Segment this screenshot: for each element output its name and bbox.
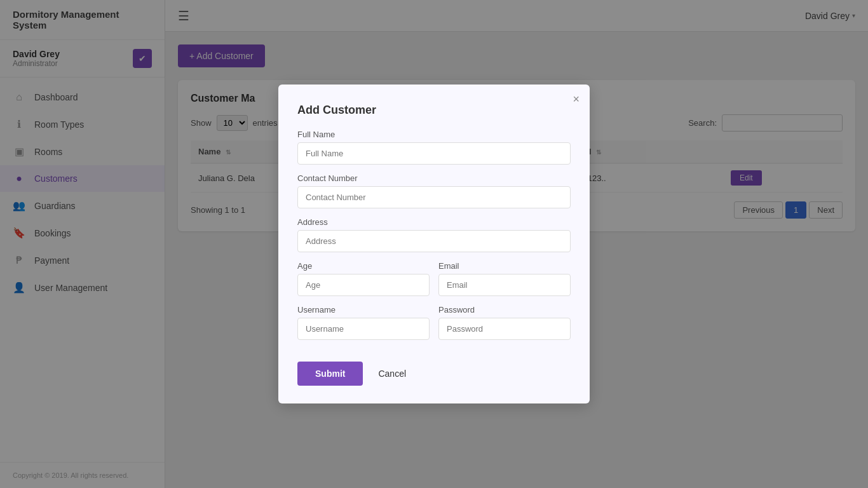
email-label: Email bbox=[438, 261, 571, 271]
email-group: Email bbox=[438, 261, 571, 296]
password-group: Password bbox=[438, 305, 571, 340]
modal-close-button[interactable]: × bbox=[573, 93, 580, 105]
add-customer-modal: Add Customer × Full Name Contact Number … bbox=[278, 85, 590, 403]
username-group: Username bbox=[297, 305, 430, 340]
email-input[interactable] bbox=[438, 274, 571, 296]
full-name-input[interactable] bbox=[297, 142, 571, 165]
submit-button[interactable]: Submit bbox=[297, 362, 363, 386]
address-label: Address bbox=[297, 217, 571, 227]
username-label: Username bbox=[297, 305, 430, 315]
full-name-group: Full Name bbox=[297, 130, 571, 165]
username-password-row: Username Password bbox=[297, 305, 571, 349]
modal-title: Add Customer bbox=[297, 104, 571, 117]
contact-label: Contact Number bbox=[297, 173, 571, 183]
cancel-button[interactable]: Cancel bbox=[372, 362, 412, 386]
age-email-row: Age Email bbox=[297, 261, 571, 305]
modal-actions: Submit Cancel bbox=[297, 362, 571, 386]
address-group: Address bbox=[297, 217, 571, 252]
age-group: Age bbox=[297, 261, 430, 296]
contact-input[interactable] bbox=[297, 186, 571, 208]
password-input[interactable] bbox=[438, 318, 571, 340]
contact-group: Contact Number bbox=[297, 173, 571, 208]
full-name-label: Full Name bbox=[297, 130, 571, 139]
username-input[interactable] bbox=[297, 318, 430, 340]
age-label: Age bbox=[297, 261, 430, 271]
age-input[interactable] bbox=[297, 274, 430, 296]
modal-overlay[interactable]: Add Customer × Full Name Contact Number … bbox=[0, 0, 868, 488]
password-label: Password bbox=[438, 305, 571, 315]
address-input[interactable] bbox=[297, 230, 571, 252]
